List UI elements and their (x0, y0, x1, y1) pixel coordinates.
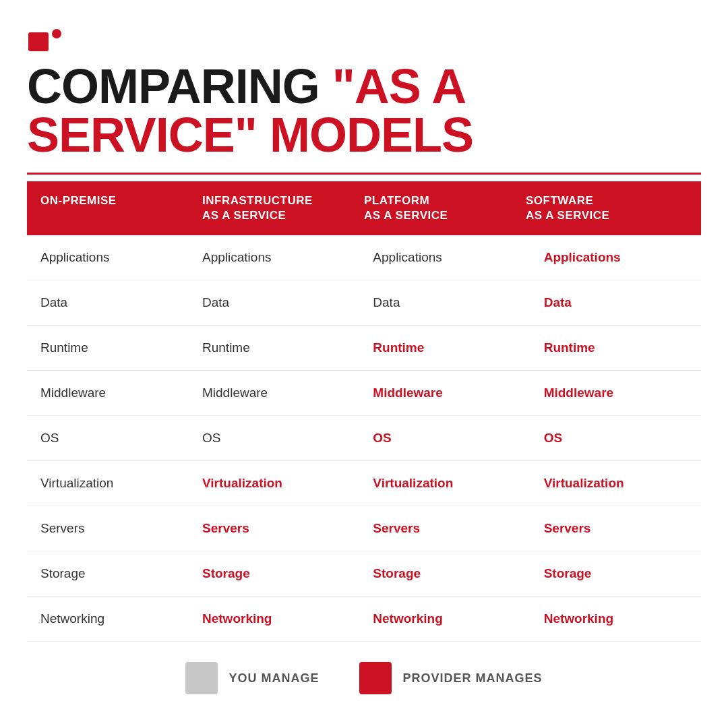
cell-os: OS (27, 416, 189, 461)
cell-runtime: Runtime (530, 326, 701, 371)
legend-you-manage: YOU MANAGE (185, 662, 319, 694)
legend-box-red (359, 662, 392, 694)
cell-os: OS (530, 416, 701, 461)
cell-networking: Networking (359, 597, 530, 642)
cell-middleware: Middleware (359, 371, 530, 416)
cell-servers: Servers (27, 506, 189, 551)
cell-storage: Storage (530, 551, 701, 597)
cell-data: Data (359, 280, 530, 326)
cell-virtualization: Virtualization (189, 461, 359, 506)
title-section: COMPARING "AS A SERVICE" MODELS (27, 62, 701, 159)
cell-servers: Servers (530, 506, 701, 551)
cell-applications: Applications (189, 235, 359, 280)
cell-networking: Networking (530, 597, 701, 642)
legend-you-manage-label: YOU MANAGE (229, 671, 319, 686)
cell-data: Data (27, 280, 189, 326)
logo-area (27, 27, 701, 57)
cell-applications: Applications (359, 235, 530, 280)
cell-storage: Storage (27, 551, 189, 597)
cell-runtime: Runtime (27, 326, 189, 371)
svg-rect-0 (28, 32, 49, 51)
legend: YOU MANAGE PROVIDER MANAGES (27, 642, 701, 708)
main-title: COMPARING "AS A SERVICE" MODELS (27, 62, 701, 159)
cell-virtualization: Virtualization (359, 461, 530, 506)
title-divider (27, 173, 701, 175)
content-grid: ApplicationsApplicationsApplicationsAppl… (27, 235, 701, 642)
cell-applications: Applications (27, 235, 189, 280)
cell-runtime: Runtime (359, 326, 530, 371)
legend-box-gray (185, 662, 218, 694)
header-col2: INFRASTRUCTUREAS A SERVICE (202, 193, 364, 223)
cell-applications: Applications (530, 235, 701, 280)
cell-middleware: Middleware (530, 371, 701, 416)
svg-point-1 (52, 29, 61, 38)
cell-runtime: Runtime (189, 326, 359, 371)
cell-virtualization: Virtualization (530, 461, 701, 506)
cell-servers: Servers (359, 506, 530, 551)
cell-servers: Servers (189, 506, 359, 551)
cell-middleware: Middleware (27, 371, 189, 416)
cell-middleware: Middleware (189, 371, 359, 416)
legend-provider-manages: PROVIDER MANAGES (359, 662, 542, 694)
cell-virtualization: Virtualization (27, 461, 189, 506)
cell-os: OS (359, 416, 530, 461)
logo-icon (27, 27, 65, 57)
cell-data: Data (189, 280, 359, 326)
header-col3: PLATFORMAS A SERVICE (364, 193, 526, 223)
header-col1: ON-PREMISE (40, 193, 202, 223)
cell-storage: Storage (189, 551, 359, 597)
cell-networking: Networking (189, 597, 359, 642)
header-col4: SOFTWAREAS A SERVICE (526, 193, 688, 223)
cell-networking: Networking (27, 597, 189, 642)
legend-provider-manages-label: PROVIDER MANAGES (402, 671, 542, 686)
main-container: COMPARING "AS A SERVICE" MODELS ON-PREMI… (0, 0, 728, 728)
cell-storage: Storage (359, 551, 530, 597)
cell-os: OS (189, 416, 359, 461)
cell-data: Data (530, 280, 701, 326)
header-row: ON-PREMISE INFRASTRUCTUREAS A SERVICE PL… (27, 181, 701, 235)
title-part1: COMPARING (27, 59, 332, 113)
